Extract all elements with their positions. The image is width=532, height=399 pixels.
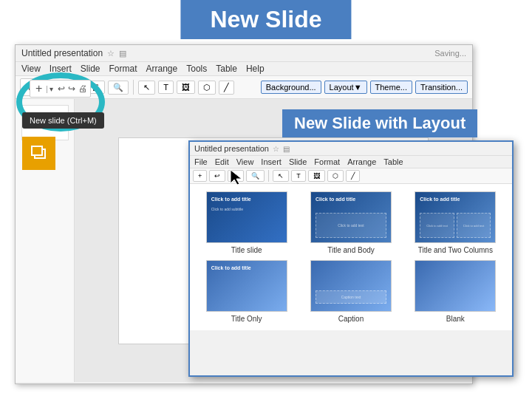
thumb-col-left: Click to add text [420, 213, 454, 238]
front-window: Untitled presentation ☆ ▤ File Edit View… [188, 140, 514, 377]
layout-item-caption[interactable]: Caption text Caption [301, 260, 400, 323]
title-banner: New Slide [180, 0, 351, 39]
front-redo-btn[interactable]: ↪ [228, 170, 244, 182]
layout-label-title-body: Title and Body [327, 246, 375, 254]
front-star-icon: ☆ [273, 145, 279, 153]
front-menu-slide[interactable]: Slide [289, 157, 307, 166]
thumb-body-area: Click to add text [316, 213, 386, 238]
saving-text: Saving... [434, 49, 466, 58]
menu-table[interactable]: Table [216, 64, 237, 74]
layout-banner-text: New Slide with Layout [294, 114, 466, 132]
layout-grid: Click to add title Click to add subtitle… [190, 184, 512, 330]
print-icon[interactable]: 🖨 [78, 83, 87, 94]
star-icon: ☆ [107, 49, 115, 58]
undo-icon[interactable]: ↩ [58, 83, 65, 94]
layout-label-caption: Caption [338, 315, 364, 323]
zoom-btn-back[interactable]: 🔍 [108, 81, 129, 95]
layout-label-two-col: Title and Two Columns [418, 246, 493, 254]
new-slide-tooltip: New slide (Ctrl+M) [22, 112, 104, 129]
front-save-icon: ▤ [283, 145, 290, 153]
front-line-btn[interactable]: ╱ [346, 170, 360, 182]
front-undo-btn[interactable]: ↩ [209, 170, 225, 182]
presentation-copy-icon [31, 146, 47, 162]
copy-front [31, 146, 43, 156]
menu-tools[interactable]: Tools [186, 64, 207, 74]
front-menu-insert[interactable]: Insert [261, 157, 282, 166]
menu-help[interactable]: Help [246, 64, 265, 74]
menu-slide[interactable]: Slide [81, 64, 100, 74]
front-menu-edit[interactable]: Edit [215, 157, 229, 166]
layout-thumb-two-col[interactable]: Click to add title Click to add text Cli… [415, 191, 496, 243]
layout-label-blank: Blank [446, 315, 465, 323]
new-slide-icon [22, 137, 55, 170]
front-menu-view[interactable]: View [236, 157, 254, 166]
front-menu-format[interactable]: Format [314, 157, 340, 166]
transition-btn[interactable]: Transition... [415, 81, 468, 94]
layout-item-blank[interactable]: Blank [406, 260, 505, 323]
front-zoom-btn[interactable]: 🔍 [246, 170, 265, 182]
layout-btn[interactable]: Layout▼ [324, 81, 367, 94]
layout-thumb-blank[interactable] [415, 260, 496, 312]
back-window-menu-bar: View Insert Slide Format Arrange Tools T… [16, 62, 472, 76]
layout-item-two-col[interactable]: Click to add title Click to add text Cli… [406, 191, 505, 254]
textbox-btn[interactable]: T [158, 81, 174, 94]
shapes-btn[interactable]: ⬡ [198, 81, 216, 95]
lines-btn[interactable]: ╱ [219, 81, 234, 95]
layout-banner: New Slide with Layout [282, 109, 477, 137]
menu-view[interactable]: View [21, 64, 41, 74]
layout-item-title-only[interactable]: Click to add title Title Only [197, 260, 296, 323]
front-menu-arrange[interactable]: Arrange [347, 157, 376, 166]
separator: | [46, 85, 48, 93]
thumb-title-text: Click to add title [211, 197, 251, 202]
thumb-title-body-text: Click to add title [316, 197, 355, 202]
front-menu-table[interactable]: Table [383, 157, 403, 166]
front-window-toolbar: + ↩ ↪ 🔍 ↖ T 🖼 ⬡ ╱ [190, 168, 512, 184]
plus-button[interactable]: + [33, 82, 44, 95]
thumb-caption-area: Caption text [316, 290, 386, 304]
front-window-title-bar: Untitled presentation ☆ ▤ [190, 142, 512, 156]
layout-label-title-only: Title Only [231, 315, 262, 323]
thumb-col-right: Click to add text [457, 213, 491, 238]
thumb-two-col-area: Click to add text Click to add text [420, 213, 491, 238]
front-menu-file[interactable]: File [194, 157, 208, 166]
layout-thumb-caption[interactable]: Caption text [310, 260, 392, 312]
menu-format[interactable]: Format [109, 64, 137, 74]
layout-thumb-title-slide[interactable]: Click to add title Click to add subtitle [206, 191, 287, 243]
add-button-group[interactable]: + | ▾ ↩ ↪ 🖨 [30, 80, 91, 98]
thumb-two-col-title: Click to add title [420, 197, 460, 202]
copy-icon-wrapper [31, 146, 47, 162]
front-shapes-btn[interactable]: ⬡ [327, 170, 344, 182]
front-window-menu-bar: File Edit View Insert Slide Format Arran… [190, 156, 512, 168]
front-text-btn[interactable]: T [291, 170, 306, 182]
thumb-subtitle-text: Click to add subtitle [211, 207, 243, 211]
layout-thumb-title-body[interactable]: Click to add title Click to add text [310, 191, 392, 243]
title-banner-text: New Slide [210, 6, 321, 33]
dropdown-arrow[interactable]: ▾ [50, 85, 53, 93]
layout-item-title-slide[interactable]: Click to add title Click to add subtitle… [197, 191, 296, 254]
cursor-btn[interactable]: ↖ [138, 81, 155, 95]
front-img-btn[interactable]: 🖼 [308, 170, 325, 182]
background-btn[interactable]: Background... [261, 81, 321, 94]
layout-item-title-body[interactable]: Click to add title Click to add text Tit… [301, 191, 400, 254]
front-window-title: Untitled presentation [194, 144, 269, 153]
front-cursor-btn[interactable]: ↖ [273, 170, 289, 182]
thumb-title-only-text: Click to add title [211, 265, 251, 270]
menu-arrange[interactable]: Arrange [146, 64, 178, 74]
save-icon: ▤ [119, 49, 126, 58]
layout-thumb-title-only[interactable]: Click to add title [206, 260, 287, 312]
image-btn[interactable]: 🖼 [177, 81, 195, 94]
redo-icon[interactable]: ↪ [68, 83, 75, 94]
tooltip-text: New slide (Ctrl+M) [30, 116, 97, 125]
layout-label-title-slide: Title slide [231, 246, 262, 254]
back-window-title: Untitled presentation [21, 48, 103, 58]
theme-btn[interactable]: Theme... [370, 81, 412, 94]
menu-insert[interactable]: Insert [50, 64, 72, 74]
front-plus-btn[interactable]: + [193, 170, 207, 182]
back-window-title-bar: Untitled presentation ☆ ▤ Saving... [16, 45, 472, 62]
